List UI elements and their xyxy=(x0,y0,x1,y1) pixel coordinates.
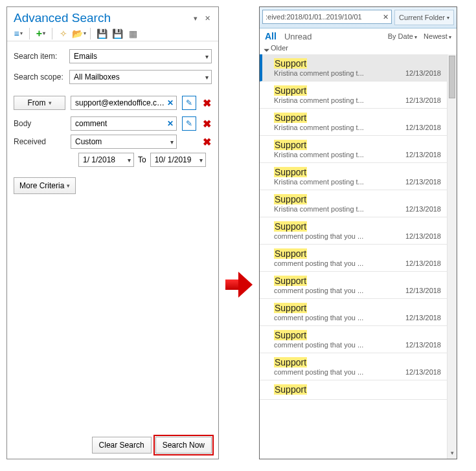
date-to-label: To xyxy=(138,155,146,164)
save-as-icon[interactable]: 💾 xyxy=(111,28,123,39)
result-date: 12/13/2018 xyxy=(405,368,441,376)
result-subject: Kristina comment posting t... xyxy=(274,205,364,213)
tab-all[interactable]: All xyxy=(265,31,277,41)
result-sender: Support xyxy=(274,194,441,204)
result-sender: Support xyxy=(274,330,441,340)
result-item[interactable]: Support xyxy=(260,380,448,400)
result-subject: comment posting that you ... xyxy=(274,259,363,267)
result-date: 12/13/2018 xyxy=(405,178,441,186)
scrollbar-thumb[interactable] xyxy=(449,56,455,98)
delete-row-icon[interactable]: ✖ xyxy=(201,97,212,109)
save-icon[interactable]: 💾 xyxy=(96,28,108,39)
result-subject: Kristina comment posting t... xyxy=(274,69,364,77)
result-sender: Support xyxy=(274,384,441,395)
body-label: Body xyxy=(14,119,65,128)
list-icon[interactable]: ≡ xyxy=(12,28,24,39)
chevron-down-icon: ▾ xyxy=(205,53,209,60)
result-item[interactable]: SupportKristina comment posting t...12/1… xyxy=(260,163,448,190)
scrollbar-down-icon[interactable]: ▾ xyxy=(448,450,457,459)
panel-title: Advanced Search xyxy=(14,11,111,25)
result-sender: Support xyxy=(274,357,441,367)
result-item[interactable]: SupportKristina comment posting t...12/1… xyxy=(260,136,448,163)
result-item[interactable]: SupportKristina comment posting t...12/1… xyxy=(260,82,448,109)
result-sender: Support xyxy=(274,248,441,259)
sort-by-button[interactable]: By Date xyxy=(388,32,417,40)
result-sender: Support xyxy=(274,58,441,69)
result-subject: Kristina comment posting t... xyxy=(274,96,364,104)
search-item-label: Search item: xyxy=(14,52,64,61)
received-label: Received xyxy=(14,137,65,146)
search-form: Search item: Emails ▾ Search scope: All … xyxy=(7,41,218,202)
clear-search-button[interactable]: Clear Search xyxy=(92,437,152,454)
result-item[interactable]: SupportKristina comment posting t...12/1… xyxy=(260,190,448,217)
result-item[interactable]: SupportKristina comment posting t...12/1… xyxy=(260,109,448,136)
result-date: 12/13/2018 xyxy=(405,314,441,322)
chevron-down-icon: ▾ xyxy=(170,138,174,146)
result-item[interactable]: Supportcomment posting that you ...12/13… xyxy=(260,245,448,272)
result-sender: Support xyxy=(274,221,441,232)
scrollbar[interactable]: ▾ xyxy=(447,54,457,459)
result-item[interactable]: Supportcomment posting that you ...12/13… xyxy=(260,353,448,380)
result-date: 12/13/2018 xyxy=(405,287,441,294)
search-query-box[interactable]: :eived:2018/01/01..2019/10/01 ✕ xyxy=(262,10,392,24)
result-subject: Kristina comment posting t... xyxy=(274,151,364,159)
result-date: 12/13/2018 xyxy=(405,341,441,349)
result-subject: comment posting that you ... xyxy=(274,368,363,376)
clear-x-icon[interactable]: ✕ xyxy=(167,98,174,107)
result-sender: Support xyxy=(274,167,441,177)
new-doc-icon[interactable]: ✧ xyxy=(58,28,69,39)
delete-row-icon[interactable]: ✖ xyxy=(201,118,212,130)
sort-dir-button[interactable]: Newest xyxy=(424,32,451,40)
advanced-search-panel: Advanced Search ▾ ✕ ≡ + ✧ 📂 💾 💾 ▦ Search… xyxy=(6,6,219,459)
search-scope-select[interactable]: All Mailboxes ▾ xyxy=(69,70,212,84)
result-date: 12/13/2018 xyxy=(405,151,441,159)
body-input[interactable]: comment ✕ xyxy=(71,116,177,131)
result-sender: Support xyxy=(274,303,441,313)
close-icon[interactable]: ✕ xyxy=(205,14,212,22)
result-subject: Kristina comment posting t... xyxy=(274,124,364,131)
result-sender: Support xyxy=(274,85,441,96)
result-date: 12/13/2018 xyxy=(405,69,441,77)
add-icon[interactable]: + xyxy=(35,28,47,39)
from-field-button[interactable]: From ▾ xyxy=(14,96,65,110)
tab-unread[interactable]: Unread xyxy=(284,32,312,41)
received-select[interactable]: Custom ▾ xyxy=(71,135,177,149)
arrow-right-icon xyxy=(225,272,253,298)
result-item[interactable]: Supportcomment posting that you ...12/13… xyxy=(260,299,448,326)
eyedropper-icon[interactable]: ✎ xyxy=(182,96,196,110)
open-folder-icon[interactable]: 📂 xyxy=(73,28,85,39)
chevron-down-icon: ▾ xyxy=(128,157,131,164)
date-to-input[interactable]: 10/ 1/2019 ▾ xyxy=(150,153,206,167)
result-subject: comment posting that you ... xyxy=(274,232,363,240)
results-panel: :eived:2018/01/01..2019/10/01 ✕ Current … xyxy=(259,6,457,459)
result-item[interactable]: Supportcomment posting that you ...12/13… xyxy=(260,272,448,299)
group-header-older[interactable]: Older xyxy=(260,43,457,54)
chevron-down-icon: ▾ xyxy=(447,15,449,21)
result-date: 12/13/2018 xyxy=(405,96,441,104)
result-date: 12/13/2018 xyxy=(405,205,441,213)
chevron-down-icon: ▾ xyxy=(49,100,52,106)
grid-icon[interactable]: ▦ xyxy=(127,28,139,39)
pin-icon[interactable]: ▾ xyxy=(194,14,199,22)
search-scope-label: Search scope: xyxy=(14,72,64,82)
result-date: 12/13/2018 xyxy=(405,124,441,131)
result-item[interactable]: Supportcomment posting that you ...12/13… xyxy=(260,217,448,245)
date-from-input[interactable]: 1/ 1/2018 ▾ xyxy=(78,153,134,167)
more-criteria-button[interactable]: More Criteria ▾ xyxy=(14,177,76,194)
clear-x-icon[interactable]: ✕ xyxy=(167,119,174,128)
result-sender: Support xyxy=(274,276,441,286)
eyedropper-icon[interactable]: ✎ xyxy=(182,116,196,131)
chevron-down-icon: ▾ xyxy=(205,74,209,81)
result-subject: Kristina comment posting t... xyxy=(274,178,364,186)
search-now-button[interactable]: Search Now xyxy=(155,437,212,454)
clear-search-icon[interactable]: ✕ xyxy=(383,13,389,21)
result-item[interactable]: SupportKristina comment posting t...12/1… xyxy=(260,54,448,82)
result-item[interactable]: Supportcomment posting that you ...12/13… xyxy=(260,326,448,353)
result-date: 12/13/2018 xyxy=(405,259,441,267)
search-scope-button[interactable]: Current Folder ▾ xyxy=(394,10,454,25)
search-item-select[interactable]: Emails ▾ xyxy=(69,49,212,63)
delete-row-icon[interactable]: ✖ xyxy=(201,136,212,148)
chevron-down-icon: ▾ xyxy=(199,157,203,164)
from-input[interactable]: support@extendoffice.com ✕ xyxy=(71,96,177,110)
chevron-down-icon: ▾ xyxy=(67,182,70,189)
